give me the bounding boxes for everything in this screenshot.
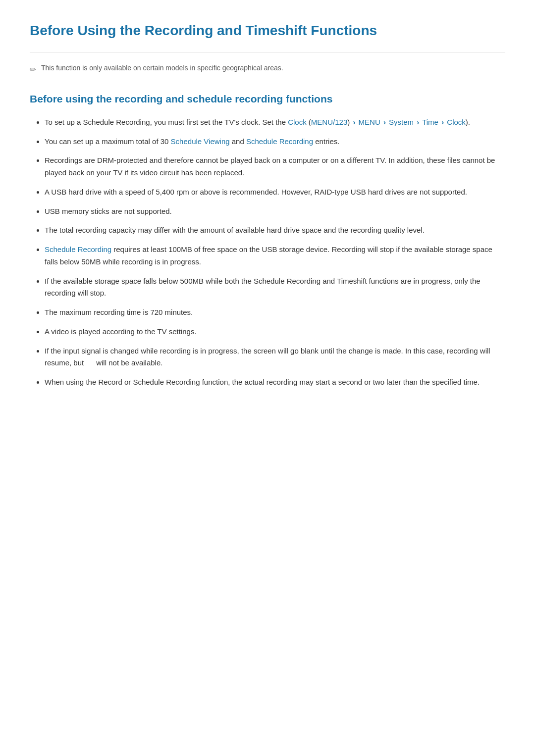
list-item: You can set up a maximum total of 30 Sch… (45, 136, 505, 148)
list-item: A USB hard drive with a speed of 5,400 r… (45, 186, 505, 199)
list-item: When using the Record or Schedule Record… (45, 376, 505, 389)
section-title: Before using the recording and schedule … (30, 91, 505, 107)
clock-link[interactable]: Clock (288, 118, 307, 126)
arrow-icon: › (441, 118, 444, 126)
arrow-icon: › (353, 118, 355, 126)
list-item: Recordings are DRM-protected and therefo… (45, 154, 505, 179)
arrow-icon: › (383, 118, 386, 126)
clock-link-2[interactable]: Clock (447, 118, 466, 126)
time-link[interactable]: Time (422, 118, 438, 126)
list-item: Schedule Recording requires at least 100… (45, 244, 505, 268)
schedule-viewing-link[interactable]: Schedule Viewing (171, 137, 230, 146)
note-box: ✏ This function is only available on cer… (30, 62, 505, 76)
list-item: A video is played according to the TV se… (45, 326, 505, 338)
list-item: USB memory sticks are not supported. (45, 205, 505, 218)
note-icon: ✏ (30, 63, 36, 76)
schedule-recording-link[interactable]: Schedule Recording (246, 137, 313, 146)
list-item: If the input signal is changed while rec… (45, 345, 505, 370)
list-item: The maximum recording time is 720 minute… (45, 306, 505, 319)
list-item: If the available storage space falls bel… (45, 275, 505, 300)
page-main-title: Before Using the Recording and Timeshift… (30, 20, 505, 52)
menu-link[interactable]: MENU (359, 118, 380, 126)
note-text: This function is only available on certa… (41, 62, 283, 73)
list-item: To set up a Schedule Recording, you must… (45, 116, 505, 129)
system-link[interactable]: System (389, 118, 414, 126)
arrow-icon: › (417, 118, 419, 126)
menu123-link[interactable]: MENU/123 (311, 118, 347, 126)
schedule-recording-link-2[interactable]: Schedule Recording (45, 245, 111, 253)
list-item: The total recording capacity may differ … (45, 224, 505, 237)
bullet-list: To set up a Schedule Recording, you must… (30, 116, 505, 389)
